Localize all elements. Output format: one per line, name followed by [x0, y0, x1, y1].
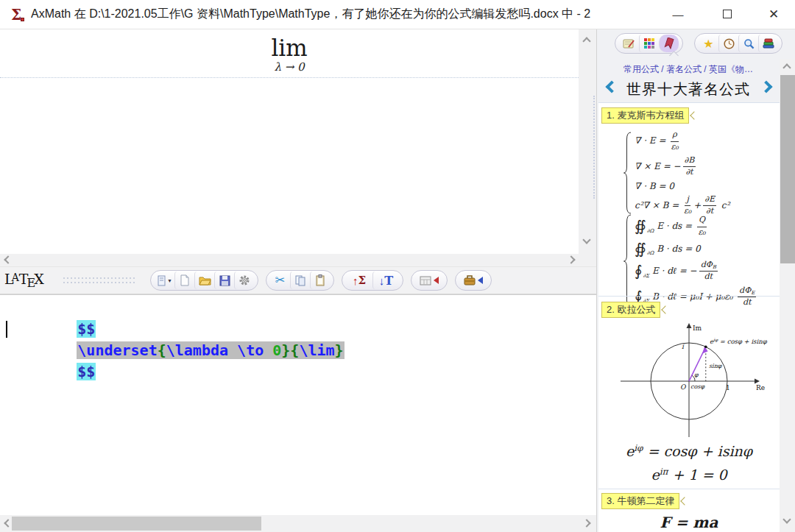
- window-title: AxMath 在 D:\1-2021.05工作\G 资料\MathType\Ma…: [31, 7, 590, 22]
- toolbox-toggle-button[interactable]: [459, 272, 487, 289]
- maxwell-differential-equations[interactable]: ∇ · E = ρε₀ ∇ × E = − ∂B∂t ∇ · B = 0 c²∇…: [623, 128, 729, 218]
- briefcase-icon: [464, 275, 476, 285]
- collection-title-row: 世界十大著名公式: [597, 75, 780, 102]
- title-bar: Σ AxMath 在 D:\1-2021.05工作\G 资料\MathType\…: [0, 0, 795, 29]
- minimize-icon: —: [673, 8, 684, 21]
- breadcrumb-common[interactable]: 常用公式: [623, 64, 659, 74]
- label-notch-icon: [681, 497, 689, 505]
- equation-row: ∯∂Ω B · ds = 0: [635, 241, 758, 256]
- editor-region: lim λ → 0 LATEX ▾: [0, 29, 596, 532]
- euler-formula[interactable]: eiφ = cosφ + isinφ: [598, 443, 780, 459]
- axmath-logo-icon: Σ: [7, 6, 25, 24]
- color-grid-icon: [644, 38, 654, 49]
- formula-preview-pane[interactable]: lim λ → 0: [0, 29, 579, 254]
- panel-tools-group: ★: [694, 33, 782, 54]
- latex-logo: LATEX: [4, 271, 46, 290]
- divider: [598, 296, 780, 297]
- text-caret: [6, 321, 7, 338]
- close-button[interactable]: ✕: [757, 1, 791, 26]
- clipboard-button-group: ✂: [266, 270, 334, 291]
- scroll-down-icon[interactable]: [782, 515, 791, 523]
- panel-splitter[interactable]: [593, 96, 595, 199]
- scroll-left-icon[interactable]: [4, 255, 12, 263]
- settings-button[interactable]: [234, 272, 254, 289]
- bookmark-icon: [664, 38, 674, 49]
- section-label-newton: 3. 牛顿第二定律: [601, 493, 679, 509]
- breadcrumb-uk-physics[interactable]: 英国《物…: [709, 64, 753, 74]
- maxwell-integral-equations[interactable]: ∯∂Ω E · ds = Qε₀ ∯∂Ω B · ds = 0 ∮∂Σ E · …: [623, 213, 758, 309]
- up-arrow-icon: ↑: [353, 274, 358, 287]
- svg-text:φ: φ: [694, 372, 699, 378]
- formula-limit-subscript: λ → 0: [0, 60, 579, 74]
- scroll-right-icon[interactable]: [582, 519, 590, 527]
- scroll-down-icon[interactable]: [582, 235, 590, 244]
- library-button[interactable]: [758, 35, 778, 52]
- favorites-button[interactable]: ★: [699, 35, 718, 52]
- close-icon: ✕: [768, 7, 779, 22]
- symbol-panel-toggle-button[interactable]: [415, 272, 443, 289]
- text-t-icon: T: [384, 274, 393, 288]
- maximize-button[interactable]: [710, 1, 744, 26]
- new-document-button[interactable]: [174, 272, 194, 289]
- scrollbar-thumb[interactable]: [12, 517, 261, 531]
- svg-text:O: O: [680, 383, 687, 391]
- system-brace: [623, 132, 632, 214]
- search-button[interactable]: [738, 35, 758, 52]
- code-line-3: $$: [6, 340, 596, 361]
- scrollbar-thumb[interactable]: [780, 75, 795, 263]
- preview-horizontal-scrollbar[interactable]: [0, 254, 596, 266]
- euler-unit-circle-diagram[interactable]: Im Re i 1 O φ sinφ cosφ eiφ = cosφ + isi…: [598, 321, 780, 440]
- editor-horizontal-scrollbar[interactable]: [0, 515, 596, 532]
- books-icon: [763, 38, 774, 49]
- page-margin-dotted-line: [0, 77, 579, 78]
- open-file-button[interactable]: [194, 272, 214, 289]
- magnifier-icon: [743, 38, 755, 49]
- cut-button[interactable]: ✂: [270, 272, 290, 289]
- toolbar-grip[interactable]: [63, 277, 137, 283]
- collapse-left-icon: [434, 277, 439, 284]
- breadcrumb-famous[interactable]: 著名公式: [666, 64, 702, 74]
- equation-row: ∮∂Σ E · dℓ = − dΦBdt: [635, 260, 758, 282]
- export-menu-button[interactable]: ▾: [155, 272, 174, 289]
- famous-formulas-button[interactable]: [659, 35, 679, 52]
- symbols-library-button[interactable]: [639, 35, 659, 52]
- handwriting-button[interactable]: [619, 35, 639, 52]
- section-label-euler: 2. 欧拉公式: [601, 302, 660, 318]
- scroll-up-icon[interactable]: [782, 63, 791, 71]
- scroll-left-icon[interactable]: [4, 519, 12, 527]
- fetch-from-document-button[interactable]: ↓ T: [372, 272, 399, 289]
- logo-sigma: Σ: [11, 6, 21, 24]
- system-brace: [623, 214, 632, 308]
- save-button[interactable]: [214, 272, 234, 289]
- svg-text:Im: Im: [693, 324, 702, 332]
- collection-title[interactable]: 世界十大著名公式: [597, 79, 780, 99]
- toolbox-group: [455, 270, 492, 291]
- send-to-document-button[interactable]: ↑ Σ: [346, 272, 372, 289]
- history-button[interactable]: [718, 35, 738, 52]
- copy-icon: [294, 274, 306, 286]
- scroll-up-icon[interactable]: [582, 37, 590, 45]
- formula-lim: lim: [0, 35, 579, 60]
- equation-row: ∇ × E = − ∂B∂t: [635, 156, 729, 177]
- paste-button[interactable]: [310, 272, 330, 289]
- point-equation-label: eiφ = cosφ + isinφ: [710, 337, 768, 345]
- latex-toolbar: LATEX ▾: [0, 266, 596, 294]
- svg-text:i: i: [682, 343, 685, 350]
- newton-second-law-formula[interactable]: F = ma: [598, 514, 780, 531]
- copy-button[interactable]: [290, 272, 310, 289]
- dropdown-arrow-icon: ▾: [168, 277, 171, 284]
- sidebar-vertical-scrollbar[interactable]: [780, 59, 795, 532]
- sidebar-toolbar: ★: [597, 32, 795, 59]
- euler-identity[interactable]: eiπ + 1 = 0: [598, 467, 780, 483]
- transfer-button-group: ↑ Σ ↓ T: [342, 270, 403, 291]
- star-icon: ★: [703, 37, 713, 51]
- latex-code-editor[interactable]: $$ \underset{\lambda \to 0}{\lim} $$: [0, 294, 596, 515]
- code-line-1: $$: [6, 297, 596, 319]
- svg-text:1: 1: [726, 384, 730, 391]
- scroll-right-icon[interactable]: [567, 255, 575, 263]
- gear-icon: [239, 274, 250, 286]
- im-axis-arrow: [687, 323, 692, 328]
- clipboard-icon: [315, 274, 325, 286]
- label-notch-icon: [690, 111, 699, 119]
- minimize-button[interactable]: —: [661, 1, 695, 26]
